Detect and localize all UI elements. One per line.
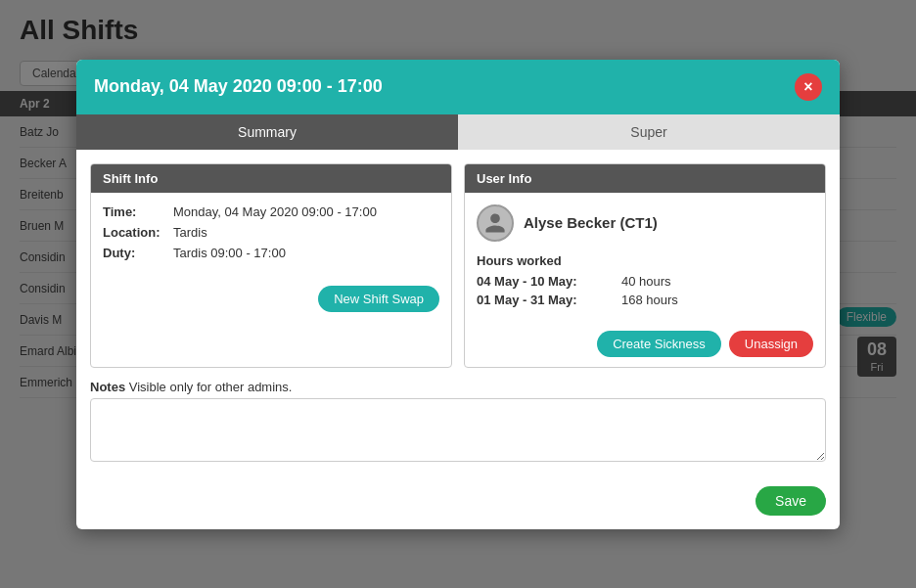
user-info-footer: Create Sickness Unassign — [465, 323, 825, 367]
user-name: Alyse Becker (CT1) — [524, 214, 658, 231]
user-icon — [483, 211, 507, 235]
modal-dialog: Monday, 04 May 2020 09:00 - 17:00 × Summ… — [76, 60, 840, 529]
period1-value: 40 hours — [621, 274, 671, 289]
notes-textarea[interactable] — [90, 398, 826, 462]
duty-value: Tardis 09:00 - 17:00 — [173, 246, 286, 260]
save-button[interactable]: Save — [756, 486, 826, 516]
modal-body: Shift Info Time: Monday, 04 May 2020 09:… — [76, 150, 840, 478]
location-label: Location: — [103, 225, 173, 240]
notes-section: Notes Visible only for other admins. — [90, 380, 826, 465]
time-value: Monday, 04 May 2020 09:00 - 17:00 — [173, 204, 377, 219]
create-sickness-button[interactable]: Create Sickness — [597, 331, 721, 357]
modal-overlay: Monday, 04 May 2020 09:00 - 17:00 × Summ… — [0, 0, 916, 588]
new-shift-swap-button[interactable]: New Shift Swap — [318, 286, 439, 312]
shift-time-row: Time: Monday, 04 May 2020 09:00 - 17:00 — [103, 204, 439, 219]
hours-worked-label: Hours worked — [477, 253, 813, 268]
tab-super[interactable]: Super — [458, 114, 840, 150]
period2-value: 168 hours — [621, 293, 678, 307]
modal-header: Monday, 04 May 2020 09:00 - 17:00 × — [76, 60, 840, 114]
avatar — [477, 204, 514, 242]
user-info-header: User Info — [465, 164, 825, 193]
time-label: Time: — [103, 204, 173, 219]
shift-location-row: Location: Tardis — [103, 225, 439, 240]
hours-row-1: 04 May - 10 May: 40 hours — [477, 274, 813, 289]
shift-info-header: Shift Info — [91, 164, 451, 193]
period2-label: 01 May - 31 May: — [477, 293, 614, 307]
shift-info-footer: New Shift Swap — [91, 278, 451, 322]
unassign-button[interactable]: Unassign — [729, 331, 813, 357]
two-col-layout: Shift Info Time: Monday, 04 May 2020 09:… — [90, 163, 826, 368]
modal-tabs: Summary Super — [76, 114, 840, 150]
shift-info-content: Time: Monday, 04 May 2020 09:00 - 17:00 … — [91, 193, 451, 278]
hours-row-2: 01 May - 31 May: 168 hours — [477, 293, 813, 307]
modal-title: Monday, 04 May 2020 09:00 - 17:00 — [94, 76, 383, 97]
tab-summary[interactable]: Summary — [76, 114, 458, 150]
user-name-row: Alyse Becker (CT1) — [477, 204, 813, 242]
modal-footer: Save — [76, 478, 840, 529]
shift-duty-row: Duty: Tardis 09:00 - 17:00 — [103, 246, 439, 260]
user-info-content: Alyse Becker (CT1) Hours worked 04 May -… — [465, 193, 825, 323]
close-button[interactable]: × — [795, 73, 822, 101]
location-value: Tardis — [173, 225, 207, 240]
shift-info-box: Shift Info Time: Monday, 04 May 2020 09:… — [90, 163, 452, 368]
notes-label: Notes Visible only for other admins. — [90, 380, 826, 394]
duty-label: Duty: — [103, 246, 173, 260]
notes-sublabel: Visible only for other admins. — [129, 380, 293, 394]
user-info-box: User Info Alyse Becker (CT1) Hours worke… — [464, 163, 826, 368]
period1-label: 04 May - 10 May: — [477, 274, 614, 289]
